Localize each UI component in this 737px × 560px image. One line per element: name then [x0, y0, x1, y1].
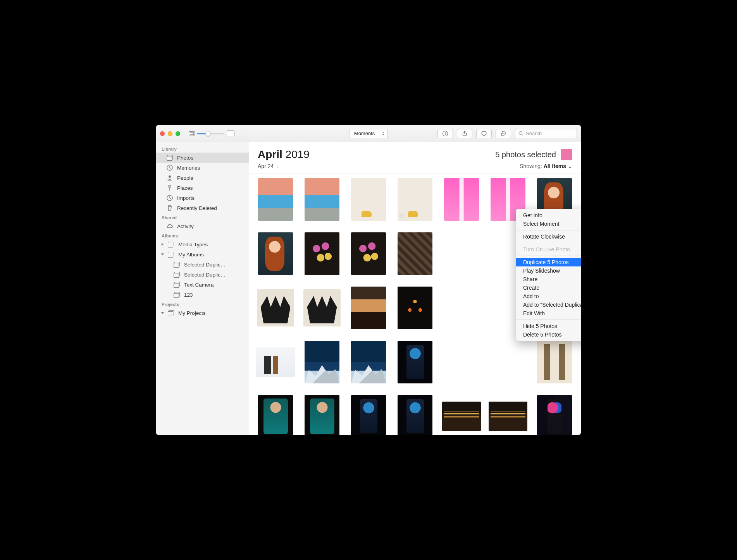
sidebar-item-imports[interactable]: Imports	[156, 193, 249, 203]
sidebar-item-places[interactable]: Places	[156, 183, 249, 193]
chevron-right-icon[interactable]: ›	[277, 163, 279, 169]
menu-separator	[516, 243, 581, 243]
favorite-button[interactable]	[476, 129, 492, 138]
photo-thumbnail[interactable]	[444, 178, 479, 221]
photo-thumbnail[interactable]	[305, 395, 339, 435]
album-icon	[167, 251, 174, 258]
heart-icon	[480, 131, 487, 137]
photo-thumbnail[interactable]	[258, 178, 293, 221]
chevron-down-icon: ⌄	[568, 163, 572, 169]
context-menu-item-label: Turn On Live Photo	[523, 246, 570, 253]
sidebar-item-activity[interactable]: Activity	[156, 221, 249, 231]
disclosure-icon[interactable]	[161, 312, 164, 314]
photo-thumbnail[interactable]	[305, 232, 339, 275]
context-menu-item-label: Share	[523, 276, 537, 282]
context-menu-item-label: Edit With	[523, 310, 545, 316]
share-button[interactable]	[457, 129, 472, 138]
context-menu-item[interactable]: Duplicate 5 Photos	[516, 258, 581, 266]
album-icon	[173, 281, 180, 288]
photo-thumbnail[interactable]	[398, 341, 432, 383]
sidebar-item-my-albums[interactable]: My Albums	[156, 249, 249, 259]
zoom-slider[interactable]	[197, 133, 224, 134]
context-menu-item[interactable]: Delete 5 Photos	[516, 330, 581, 339]
photo-thumbnail[interactable]	[258, 232, 293, 275]
photo-thumbnail[interactable]	[398, 287, 432, 329]
context-menu-item[interactable]: Hide 5 Photos	[516, 322, 581, 330]
sidebar-item-recently-deleted[interactable]: Recently Deleted	[156, 203, 249, 213]
info-button[interactable]	[437, 129, 453, 138]
photo-thumbnail[interactable]	[351, 395, 386, 435]
album-icon	[167, 309, 174, 316]
minimize-window-button[interactable]	[168, 131, 172, 136]
favorite-badge-icon: ♡	[399, 213, 404, 219]
info-icon	[442, 131, 448, 137]
photo-thumbnail[interactable]	[442, 402, 481, 431]
sidebar-item-photos[interactable]: Photos	[156, 153, 249, 163]
sidebar-section-shared: Shared	[156, 213, 249, 221]
svg-point-8	[169, 185, 171, 187]
selection-preview-thumbnail[interactable]	[561, 149, 572, 160]
album-icon	[173, 271, 180, 278]
context-menu-item[interactable]: Add to▶	[516, 292, 581, 301]
context-menu-item-label: Add to	[523, 293, 539, 299]
sidebar-album-2[interactable]: Text Camera	[156, 280, 249, 290]
view-mode-popup[interactable]: Moments ▲▼	[349, 129, 388, 138]
svg-point-1	[445, 132, 446, 133]
photo-thumbnail[interactable]	[351, 341, 386, 383]
photo-thumbnail[interactable]	[351, 287, 386, 329]
svg-point-5	[519, 132, 522, 135]
sidebar-item-people[interactable]: People	[156, 173, 249, 183]
search-placeholder: Search	[526, 131, 542, 136]
imports-icon	[166, 194, 173, 201]
photo-thumbnail[interactable]	[537, 341, 572, 383]
context-menu-item[interactable]: Add to "Selected Duplicate Photos"	[516, 301, 581, 309]
sidebar-album-1[interactable]: Selected Duplic…	[156, 270, 249, 280]
photo-thumbnail[interactable]	[398, 232, 432, 275]
photo-thumbnail[interactable]	[351, 178, 386, 221]
photo-thumbnail[interactable]	[537, 395, 572, 435]
zoom-small-icon[interactable]	[189, 131, 195, 136]
sidebar-album-3[interactable]: 123	[156, 290, 249, 300]
sidebar-item-media-types[interactable]: Media Types	[156, 239, 249, 249]
photo-thumbnail[interactable]	[256, 347, 295, 377]
photo-thumbnail[interactable]	[257, 289, 294, 326]
photo-thumbnail[interactable]	[305, 178, 339, 221]
share-icon	[461, 131, 468, 137]
main-content: April 2019 5 photos selected Apr 24 › Sh…	[249, 142, 581, 435]
disclosure-icon[interactable]	[161, 254, 164, 256]
rotate-button[interactable]	[496, 129, 511, 138]
context-menu-item[interactable]: Rotate Clockwise	[516, 232, 581, 241]
disclosure-icon[interactable]	[162, 243, 164, 246]
context-menu-item[interactable]: Share▶	[516, 275, 581, 283]
context-menu-item[interactable]: Create▶	[516, 283, 581, 292]
context-menu-item[interactable]: Play Slideshow	[516, 266, 581, 275]
photo-thumbnail[interactable]	[258, 395, 293, 435]
sidebar-item-my-projects[interactable]: My Projects	[156, 308, 249, 318]
filter-control[interactable]: Showing: All Items ⌄	[520, 163, 572, 169]
fullscreen-window-button[interactable]	[176, 131, 180, 136]
context-menu-item[interactable]: Get Info	[516, 211, 581, 220]
album-icon	[167, 241, 174, 248]
photo-thumbnail[interactable]: ♡	[398, 178, 432, 221]
trash-icon	[166, 204, 173, 211]
moment-date[interactable]: Apr 24	[258, 163, 274, 169]
rotate-icon	[500, 131, 506, 137]
content-subheader: Apr 24 › Showing: All Items ⌄	[249, 161, 581, 173]
menu-separator	[516, 256, 581, 256]
zoom-large-icon[interactable]	[227, 131, 234, 136]
context-menu-item-label: Get Info	[523, 212, 542, 218]
search-field[interactable]: Search	[515, 129, 577, 138]
photo-thumbnail[interactable]	[351, 232, 386, 275]
svg-rect-4	[501, 133, 504, 136]
photo-thumbnail[interactable]	[303, 289, 341, 326]
photo-thumbnail[interactable]	[489, 402, 527, 431]
photo-thumbnail[interactable]	[305, 341, 339, 383]
menu-separator	[516, 320, 581, 320]
sidebar-item-memories[interactable]: Memories	[156, 163, 249, 173]
close-window-button[interactable]	[160, 131, 165, 136]
context-menu-item[interactable]: Select Moment	[516, 220, 581, 228]
photo-thumbnail[interactable]	[398, 395, 432, 435]
context-menu-item[interactable]: Edit With▶	[516, 309, 581, 318]
popup-stepper-icon: ▲▼	[382, 131, 384, 136]
sidebar-album-0[interactable]: Selected Duplic…	[156, 259, 249, 270]
